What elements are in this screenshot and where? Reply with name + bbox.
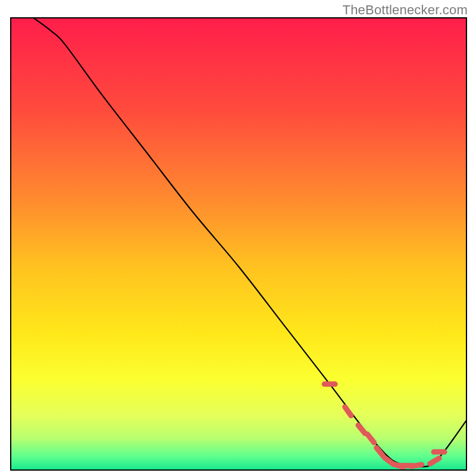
- chart-container: TheBottlenecker.com: [0, 0, 476, 476]
- bottleneck-chart: [0, 0, 476, 476]
- attribution-text: TheBottlenecker.com: [343, 2, 468, 18]
- plot-area: [11, 18, 466, 470]
- trough-marker: [411, 465, 422, 466]
- gradient-background: [11, 18, 466, 470]
